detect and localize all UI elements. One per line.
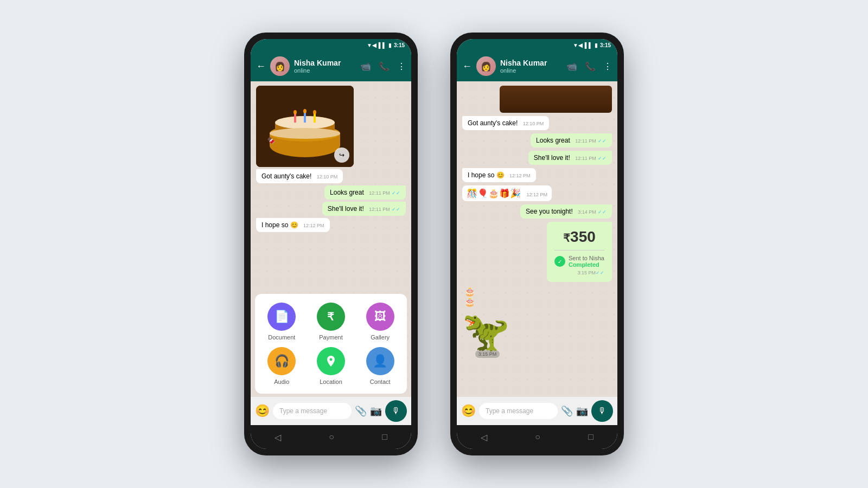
avatar-1: 👩: [270, 56, 290, 76]
msg-ticks-p2-2: ✓✓: [598, 156, 607, 161]
chat-header-2: ← 👩 Nisha Kumar online 📹 📞 ⋮: [457, 51, 617, 81]
msg-time-2: 12:11 PM: [369, 190, 390, 196]
chat-area-2: Got aunty's cake! 12:10 PM Looks great 1…: [457, 81, 617, 397]
attachment-button-2[interactable]: 📎: [561, 405, 573, 417]
avatar-2: 👩: [476, 56, 496, 76]
msg-time-p2-2: 12:11 PM: [575, 138, 596, 144]
attach-contact[interactable]: 👤 Contact: [359, 347, 401, 385]
msg-text-p2-3: She'll love it!: [534, 154, 570, 162]
emoji-button-2[interactable]: 😊: [461, 404, 476, 418]
video-call-button-2[interactable]: 📹: [566, 61, 577, 72]
phone-1-screen: ▼◀ ▌▌ ▮ 3:15 ← 👩 Nisha Kumar online 📹: [251, 39, 411, 449]
audio-icon: 🎧: [267, 347, 296, 375]
home-nav-1[interactable]: ○: [329, 432, 334, 442]
time-2: 3:15: [600, 42, 611, 48]
recents-nav-1[interactable]: □: [382, 432, 387, 442]
msg-received-2: I hope so 😊 12:12 PM: [256, 218, 330, 232]
payment-check-icon: ✓: [554, 256, 565, 267]
payment-status: ✓ Sent to Nisha Completed: [554, 255, 604, 268]
back-button-2[interactable]: ←: [462, 61, 472, 72]
location-icon: [317, 347, 345, 375]
back-button-1[interactable]: ←: [256, 61, 266, 72]
battery-icon-1: ▮: [388, 42, 392, 48]
attach-document[interactable]: 📄 Document: [260, 303, 303, 341]
home-nav-2[interactable]: ○: [535, 432, 540, 442]
gallery-icon: 🖼: [366, 303, 394, 331]
payment-info: Sent to Nisha Completed: [569, 255, 604, 268]
phones-container: ▼◀ ▌▌ ▮ 3:15 ← 👩 Nisha Kumar online 📹: [244, 33, 624, 455]
emoji-button-1[interactable]: 😊: [255, 404, 270, 418]
message-input-2[interactable]: Type a message: [479, 403, 558, 419]
recents-nav-2[interactable]: □: [588, 432, 593, 442]
status-icons-2: ▼◀ ▌▌ ▮ 3:15: [573, 42, 611, 48]
attachment-menu: 📄 Document ₹ Payment 🖼 Gallery: [255, 294, 407, 394]
phone-1: ▼◀ ▌▌ ▮ 3:15 ← 👩 Nisha Kumar online 📹: [244, 33, 418, 455]
payment-time-row: 3:15 PM ✓✓: [554, 270, 604, 275]
msg-time-3: 12:11 PM: [369, 207, 390, 212]
payment-icon: ₹: [317, 303, 345, 331]
svg-point-11: [293, 110, 297, 114]
msg-ticks-p2-1: ✓✓: [598, 138, 607, 144]
document-label: Document: [268, 334, 295, 341]
svg-text:🍫: 🍫: [267, 136, 275, 144]
video-call-button-1[interactable]: 📹: [360, 61, 371, 72]
back-nav-1[interactable]: ◁: [275, 432, 281, 442]
attach-gallery[interactable]: 🖼 Gallery: [359, 303, 401, 341]
avatar-image-2: 👩: [476, 56, 496, 76]
attach-audio[interactable]: 🎧 Audio: [260, 347, 303, 385]
voice-call-button-2[interactable]: 📞: [585, 61, 596, 72]
payment-bubble: ₹350 ✓ Sent to Nisha Completed 3:15 PM: [547, 222, 612, 282]
phone-2: ▼◀ ▌▌ ▮ 3:15 ← 👩 Nisha Kumar online 📹: [450, 33, 624, 455]
msg-sent-2: She'll love it! 12:11 PM ✓✓: [322, 202, 406, 216]
rupee-symbol: ₹: [563, 232, 570, 244]
header-icons-2: 📹 📞 ⋮: [566, 61, 612, 72]
svg-point-7: [270, 128, 340, 139]
wifi-icon-2: ▌▌: [585, 42, 592, 48]
msg-text-3: She'll love it!: [328, 205, 364, 213]
contact-status-2: online: [500, 67, 562, 74]
msg-sent-p2-2: She'll love it! 12:11 PM ✓✓: [528, 151, 612, 165]
mic-button-1[interactable]: 🎙: [385, 400, 407, 422]
messages-2: Got aunty's cake! 12:10 PM Looks great 1…: [457, 81, 617, 397]
attach-payment[interactable]: ₹ Payment: [310, 303, 353, 341]
attachment-button-1[interactable]: 📎: [355, 405, 367, 417]
msg-ticks-p2-3: ✓✓: [598, 209, 607, 215]
messages-1: 🍫 ↪ Got aunty's cake! 12:10 PM Looks gre…: [251, 81, 411, 291]
voice-call-button-1[interactable]: 📞: [379, 61, 390, 72]
status-icons-1: ▼◀ ▌▌ ▮ 3:15: [367, 42, 405, 48]
document-icon: 📄: [267, 303, 296, 331]
contact-info-2: Nisha Kumar online: [500, 59, 562, 74]
msg-text-p2-5: See you tonight!: [526, 208, 573, 215]
camera-button-1[interactable]: 📷: [370, 405, 382, 417]
msg-sent-1: Looks great 12:11 PM ✓✓: [324, 185, 406, 200]
more-options-button-1[interactable]: ⋮: [397, 61, 406, 72]
msg-ticks-3: ✓✓: [392, 207, 400, 212]
msg-time-p2-5: 3:14 PM: [578, 209, 596, 215]
battery-icon-2: ▮: [595, 42, 598, 48]
payment-number: 350: [570, 228, 596, 245]
msg-received-p2-2: I hope so 😊 12:12 PM: [462, 168, 536, 182]
msg-text-p2-2: Looks great: [536, 137, 570, 144]
contact-icon: 👤: [366, 347, 394, 375]
msg-time-p2-3: 12:11 PM: [575, 156, 596, 161]
msg-time-emoji: 12:12 PM: [526, 192, 547, 197]
sticker-row: 🎂🎂: [462, 285, 488, 308]
more-options-button-2[interactable]: ⋮: [603, 61, 612, 72]
contact-info-1: Nisha Kumar online: [294, 59, 356, 74]
contact-name-2: Nisha Kumar: [500, 59, 562, 67]
attach-grid: 📄 Document ₹ Payment 🖼 Gallery: [260, 303, 401, 385]
wifi-icon-1: ▌▌: [379, 42, 386, 48]
chat-area-1: 🍫 ↪ Got aunty's cake! 12:10 PM Looks gre…: [251, 81, 411, 397]
message-input-1[interactable]: Type a message: [273, 403, 352, 419]
forward-button-1[interactable]: ↪: [334, 147, 349, 163]
image-partial-2: [500, 86, 612, 113]
payment-amount: ₹350: [554, 228, 604, 246]
mic-button-2[interactable]: 🎙: [591, 400, 613, 422]
nav-bar-2: ◁ ○ □: [457, 425, 617, 449]
nav-bar-1: ◁ ○ □: [251, 425, 411, 449]
attach-location[interactable]: Location: [310, 347, 353, 385]
camera-button-2[interactable]: 📷: [576, 405, 588, 417]
location-label: Location: [320, 378, 342, 385]
svg-point-13: [313, 110, 316, 114]
back-nav-2[interactable]: ◁: [481, 432, 487, 442]
